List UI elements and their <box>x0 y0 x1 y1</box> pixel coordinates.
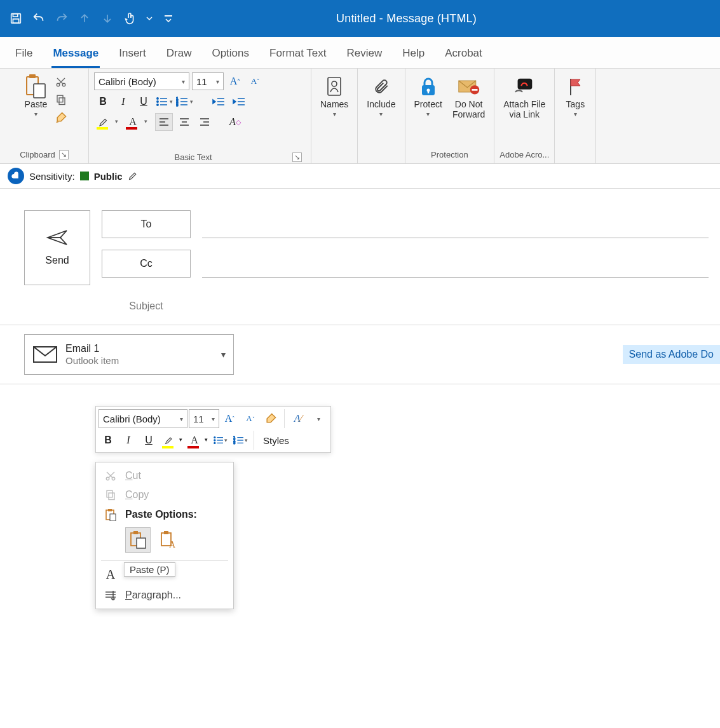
touch-mode-icon[interactable] <box>122 10 139 27</box>
svg-rect-63 <box>109 493 114 500</box>
subject-input[interactable] <box>202 295 709 317</box>
chevron-down-icon: ▾ <box>574 111 577 118</box>
underline-button[interactable]: U <box>135 93 153 111</box>
svg-text:A: A <box>169 540 176 549</box>
mini-font-size-value: 11 <box>193 414 204 424</box>
mini-font-size-select[interactable]: 11▾ <box>189 409 219 428</box>
mini-highlight-button[interactable]: ▾ <box>160 431 179 450</box>
numbering-button[interactable]: 123▾ <box>175 93 193 111</box>
cc-button[interactable]: Cc <box>102 250 191 278</box>
undo-icon[interactable] <box>31 10 47 27</box>
send-button[interactable]: Send <box>24 210 90 285</box>
group-adobe: Attach File via Link Adobe Acro... <box>494 69 555 163</box>
mini-font-name-select[interactable]: Calibri (Body)▾ <box>98 409 187 428</box>
chevron-down-icon: ▾ <box>34 111 37 118</box>
send-as-adobe-link[interactable]: Send as Adobe Do <box>623 345 720 364</box>
arrow-down-icon[interactable] <box>99 10 116 27</box>
svg-rect-10 <box>57 95 63 102</box>
copy-icon[interactable] <box>54 93 68 107</box>
bullets-button[interactable]: ▾ <box>155 93 173 111</box>
to-label: To <box>141 219 152 230</box>
tab-insert[interactable]: Insert <box>118 43 147 68</box>
mini-styles-dropdown[interactable]: ▾ <box>309 409 328 428</box>
tab-draw[interactable]: Draw <box>165 43 193 68</box>
paste-keep-formatting-button[interactable] <box>125 527 151 553</box>
chevron-down-icon[interactable]: ▾ <box>221 349 226 360</box>
ctx-paste-options-header: Paste Options: <box>96 504 233 525</box>
sensitivity-tag-icon[interactable] <box>8 168 24 184</box>
format-painter-icon[interactable] <box>54 111 68 125</box>
mini-styles-button[interactable]: Styles <box>258 431 294 450</box>
mini-underline-button[interactable]: U <box>139 431 158 450</box>
attachment-chip[interactable]: Email 1 Outlook item ▾ <box>24 334 234 375</box>
ctx-cut: Cut <box>96 466 233 485</box>
do-not-forward-button[interactable]: Do Not Forward <box>449 72 489 122</box>
ctx-font[interactable]: A Paste (P) <box>96 563 233 586</box>
qat-dropdown-icon[interactable] <box>145 10 154 27</box>
bold-button[interactable]: B <box>94 93 112 111</box>
names-button[interactable]: Names ▾ <box>316 72 352 120</box>
cut-icon[interactable] <box>54 75 68 89</box>
svg-point-11 <box>156 98 158 99</box>
tab-options[interactable]: Options <box>210 43 250 68</box>
font-color-button[interactable]: A ▾ <box>123 113 142 131</box>
font-name-select[interactable]: Calibri (Body)▾ <box>94 72 189 90</box>
tab-message[interactable]: Message <box>51 43 100 68</box>
tab-acrobat[interactable]: Acrobat <box>444 43 484 68</box>
italic-button[interactable]: I <box>114 93 132 111</box>
customize-qat-icon[interactable] <box>160 10 177 27</box>
redo-icon[interactable] <box>53 10 70 27</box>
save-icon[interactable] <box>8 10 24 27</box>
to-input[interactable] <box>202 210 709 238</box>
tags-button[interactable]: Tags ▾ <box>560 72 590 120</box>
protect-button[interactable]: Protect ▾ <box>411 72 446 120</box>
sensitivity-prefix: Sensitivity: <box>29 171 75 182</box>
tab-format-text[interactable]: Format Text <box>268 43 327 68</box>
mini-italic-button[interactable]: I <box>119 431 138 450</box>
clipboard-group-label: Clipboard <box>20 150 55 159</box>
tab-file[interactable]: File <box>14 43 34 68</box>
clipboard-icon <box>104 508 118 521</box>
tab-review[interactable]: Review <box>345 43 383 68</box>
ctx-paragraph[interactable]: Paragraph... <box>96 586 233 605</box>
quick-access-toolbar <box>8 10 177 27</box>
cc-input[interactable] <box>202 250 709 278</box>
arrow-up-icon[interactable] <box>76 10 93 27</box>
increase-font-icon[interactable]: A˄ <box>226 72 244 90</box>
include-button[interactable]: Include ▾ <box>363 72 399 120</box>
mini-font-color-button[interactable]: A▾ <box>185 431 204 450</box>
align-left-button[interactable] <box>155 113 173 131</box>
mini-bold-button[interactable]: B <box>98 431 118 450</box>
svg-rect-6 <box>34 84 45 98</box>
align-center-button[interactable] <box>175 113 193 131</box>
paste-text-only-button[interactable]: A <box>156 527 181 553</box>
paste-button[interactable]: Paste ▾ <box>21 72 51 120</box>
tab-help[interactable]: Help <box>401 43 426 68</box>
mini-decrease-font-icon[interactable]: A˅ <box>241 409 260 428</box>
mini-styles-icon[interactable]: A⁄ <box>289 409 308 428</box>
paragraph-icon <box>104 590 118 600</box>
basic-text-dialog-launcher-icon[interactable]: ↘ <box>292 152 302 162</box>
highlight-color-button[interactable]: ▾ <box>94 113 113 131</box>
message-body[interactable]: Calibri (Body)▾ 11▾ A˄ A˅ A⁄ ▾ B I U ▾ <box>0 384 720 715</box>
group-basic-text: Calibri (Body)▾ 11▾ A˄ A˅ B I U ▾ <box>89 69 311 163</box>
sensitivity-bar: Sensitivity: Public <box>0 164 720 189</box>
address-book-icon <box>323 75 346 98</box>
svg-point-13 <box>156 101 158 102</box>
mini-numbering-button[interactable]: 123▾ <box>231 431 250 450</box>
attach-file-via-link-button[interactable]: Attach File via Link <box>499 72 549 122</box>
mini-format-painter-icon[interactable] <box>261 409 280 428</box>
decrease-indent-button[interactable] <box>210 93 228 111</box>
group-tags: Tags ▾ <box>555 69 596 163</box>
mini-increase-font-icon[interactable]: A˄ <box>221 409 240 428</box>
ctx-paste-options-label: Paste Options: <box>125 509 197 520</box>
font-size-select[interactable]: 11▾ <box>192 72 224 90</box>
decrease-font-icon[interactable]: A˅ <box>247 72 264 90</box>
edit-sensitivity-icon[interactable] <box>128 171 138 181</box>
to-button[interactable]: To <box>102 210 191 238</box>
mini-bullets-button[interactable]: ▾ <box>210 431 229 450</box>
align-right-button[interactable] <box>196 113 214 131</box>
clipboard-dialog-launcher-icon[interactable]: ↘ <box>59 150 69 159</box>
clear-formatting-button[interactable]: A◇ <box>226 113 244 131</box>
increase-indent-button[interactable] <box>230 93 248 111</box>
